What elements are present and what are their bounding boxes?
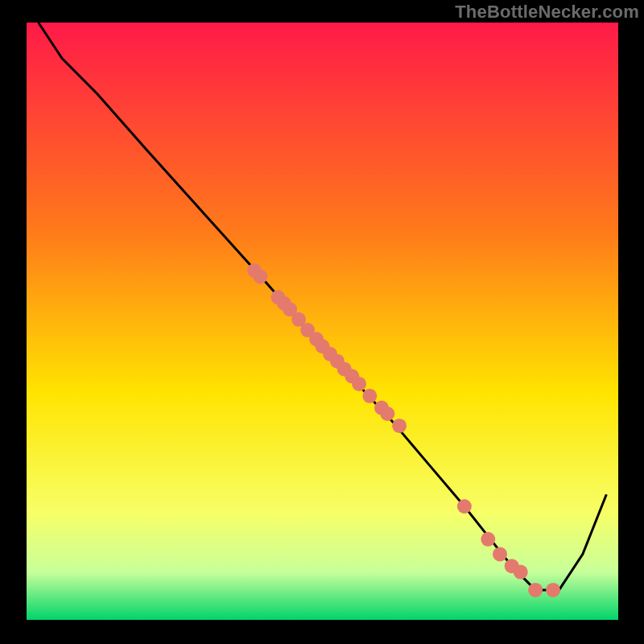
data-point [493, 547, 507, 561]
data-point [546, 583, 560, 597]
data-point [392, 419, 407, 433]
data-point [481, 532, 495, 547]
heatmap-plot [0, 0, 644, 644]
data-point [362, 389, 377, 403]
data-point [528, 583, 543, 597]
data-point [514, 565, 528, 580]
data-point [352, 377, 366, 391]
gradient-background [27, 23, 618, 620]
data-point [253, 269, 267, 283]
data-point [457, 499, 472, 514]
data-point [380, 407, 394, 421]
chart-stage: TheBottleNecker.com [0, 0, 644, 644]
